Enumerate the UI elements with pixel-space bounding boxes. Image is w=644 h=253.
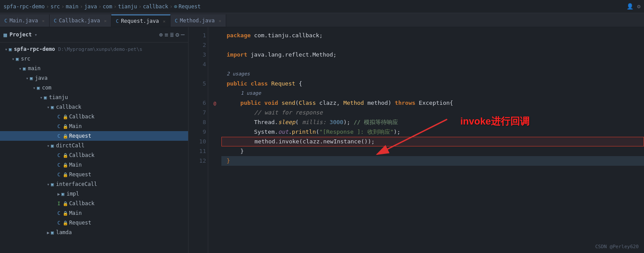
collapse-icon[interactable]: ≡ [164,31,168,38]
tree-item-dirctcall-request[interactable]: C 🔒 Request [0,170,188,179]
lock-icon: 🔒 [63,134,68,139]
file-icon: C [57,133,60,139]
tab-icon-request: C [116,18,119,24]
tab-callback-java[interactable]: C Callback.java ✕ [50,14,112,27]
tree-label: Main [69,123,82,129]
tree-label: java [35,75,48,81]
folder-icon: ▣ [51,230,54,235]
sidebar-title: Project [10,32,32,38]
tree-item-callback-folder[interactable]: ▾ ▣ callback [0,102,188,112]
lock-icon: 🔒 [63,153,68,158]
chevron-icon: ▾ [26,76,28,81]
folder-icon: ▣ [51,143,54,149]
chevron-icon: ▾ [40,95,43,100]
sidebar-dropdown-icon[interactable]: ▾ [34,32,37,38]
file-icon: C [57,172,60,178]
tree-label: Callback [69,114,95,120]
file-icon: C [57,210,60,216]
code-line-meta-2usages: 2 usages [221,69,644,79]
file-icon: C [57,162,60,168]
file-icon: C [57,124,60,129]
top-bar-right: 👤 ⚙ [626,3,640,10]
lock-icon: 🔒 [63,163,68,167]
file-icon: I [57,201,60,207]
tree-label: src [21,56,31,62]
tree-item-interfacecall-folder[interactable]: ▾ ▣ interfaceCall [0,179,188,189]
lock-icon: 🔒 [63,211,68,216]
tree-label: Callback [69,200,95,207]
tree-item-spfa-rpc-demo[interactable]: ▾ ▣ spfa-rpc-demo D:\Myprogram\xunpu\dem… [0,44,188,54]
file-icon: C [57,114,60,120]
tree-label: Main [69,210,82,216]
tree-item-interfacecall-main[interactable]: C 🔒 Main [0,208,188,218]
invoke-annotation: invoke进行回调 [460,115,530,128]
tree-label: Request [69,171,92,178]
tree-label: Main [69,162,82,168]
locate-icon[interactable]: ⊕ [159,31,163,38]
folder-icon: ▣ [16,56,19,62]
code-line-8: Thread.sleep( millis: 3000); // 模拟等待响应 [221,118,644,127]
folder-icon: ▣ [37,85,40,91]
tabs-bar: C Main.java ✕ C Callback.java ✕ C Reques… [0,13,644,27]
tree-label: spfa-rpc-demo [14,46,55,52]
tree-item-lamda-folder[interactable]: ▶ ▣ lamda [0,228,188,237]
gutter: @ [208,27,221,253]
tree-item-com[interactable]: ▾ ▣ com [0,83,188,93]
tree-item-interfacecall-callback[interactable]: I 🔒 Callback [0,199,188,208]
main-content: ▦ Project ▾ ⊕ ≡ ≣ ⚙ ─ ▾ ▣ spfa-rpc-demo … [0,27,644,253]
tree-item-main[interactable]: ▾ ▣ main [0,64,188,73]
tree-label: tianju [49,94,68,100]
settings-icon[interactable]: ⚙ [637,3,640,10]
code-line-7: // wait for response [221,108,644,118]
sidebar: ▦ Project ▾ ⊕ ≡ ≣ ⚙ ─ ▾ ▣ spfa-rpc-demo … [0,27,189,253]
tab-close-main[interactable]: ✕ [42,18,45,23]
tab-method-java[interactable]: C Method.java ✕ [171,14,226,27]
tab-close-callback[interactable]: ✕ [104,18,107,23]
tree-item-request-file[interactable]: C 🔒 Request [0,131,188,141]
tab-request-java[interactable]: C Request.java ✕ [111,14,170,27]
tree-label: callback [56,104,82,110]
file-icon: C [57,153,60,158]
lock-icon: 🔒 [63,124,68,129]
folder-icon: ▣ [30,75,33,81]
file-tree: ▾ ▣ spfa-rpc-demo D:\Myprogram\xunpu\dem… [0,43,188,253]
tree-item-impl-folder[interactable]: ▶ ▣ impl [0,189,188,199]
tab-main-java[interactable]: C Main.java ✕ [0,14,50,27]
tree-item-main-file[interactable]: C 🔒 Main [0,121,188,131]
tree-item-dirctcall-folder[interactable]: ▾ ▣ dirctCall [0,141,188,150]
chevron-icon: ▾ [5,47,7,52]
breadcrumb: spfa-rpc-demo › src › main › java › com … [4,4,201,10]
tab-close-request[interactable]: ✕ [163,19,166,24]
tab-close-method[interactable]: ✕ [219,18,221,23]
file-icon: C [57,220,60,226]
tree-item-dirctcall-main[interactable]: C 🔒 Main [0,160,188,170]
tree-item-tianju[interactable]: ▾ ▣ tianju [0,93,188,102]
code-line-1: package com.tianju.callback; [221,31,644,40]
folder-icon: ▣ [61,191,64,197]
code-line-2 [221,40,644,50]
tab-icon-callback: C [54,18,57,24]
tree-item-java[interactable]: ▾ ▣ java [0,73,188,83]
tree-label: Request [69,220,92,226]
tree-path: D:\Myprogram\xunpu\demo-pet\s [58,46,142,52]
tree-item-dirctcall-callback[interactable]: C 🔒 Callback [0,150,188,160]
code-line-meta-1usage: 1 usage [221,89,644,98]
code-editor: invoke进行回调 1 2 3 4 5 6 7 8 9 10 [189,27,644,253]
tree-item-interfacecall-request[interactable]: C 🔒 Request [0,218,188,228]
tree-label: com [42,85,52,91]
user-icon[interactable]: 👤 [626,3,633,10]
chevron-icon: ▾ [19,66,21,71]
code-line-9: System.out.println("[Response ]: 收到响应"); [221,127,644,137]
tree-item-src[interactable]: ▾ ▣ src [0,54,188,64]
tree-label: main [28,65,41,71]
expand-icon[interactable]: ≣ [170,31,174,38]
tree-item-callback-file[interactable]: C 🔒 Callback [0,112,188,121]
tab-icon-main: C [4,18,7,24]
gear-icon[interactable]: ⚙ [175,31,179,38]
minimize-icon[interactable]: ─ [181,31,185,38]
code-content[interactable]: package com.tianju.callback; import java… [221,27,644,253]
lock-icon: 🔒 [63,114,68,119]
chevron-icon: ▾ [47,105,50,110]
tree-label: Callback [69,152,95,158]
lock-icon: 🔒 [63,172,68,177]
